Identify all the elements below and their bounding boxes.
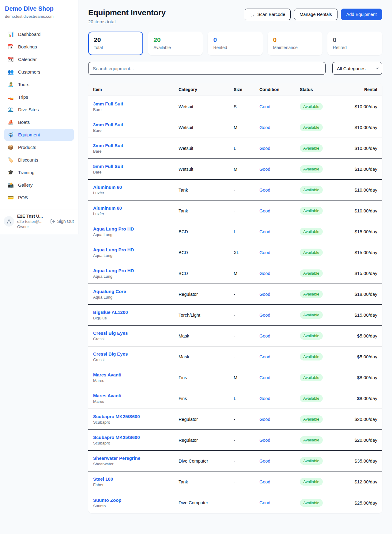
item-rental: $8.00/day [343, 375, 377, 380]
item-condition[interactable]: Good [259, 354, 300, 359]
brand-link[interactable]: Demo Dive Shop [5, 5, 73, 12]
item-link[interactable]: BigBlue AL1200 [93, 310, 179, 315]
item-condition[interactable]: Good [259, 459, 300, 463]
sign-out-button[interactable]: Sign Out [50, 219, 74, 224]
sidebar-item-customers[interactable]: 👥 Customers [4, 66, 74, 78]
sidebar-item-calendar[interactable]: 📆 Calendar [4, 53, 74, 65]
item-condition[interactable]: Good [259, 229, 300, 234]
table-row[interactable]: Steel 100 Faber Tank - Good Available $1… [88, 471, 382, 492]
stat-card-retired[interactable]: 0 Retired [327, 32, 382, 55]
table-row[interactable]: Cressi Big Eyes Cressi Mask - Good Avail… [88, 346, 382, 367]
item-link[interactable]: Aluminum 80 [93, 185, 179, 190]
graduation-cap-icon: 🎓 [7, 170, 14, 175]
table-row[interactable]: BigBlue AL1200 BigBlue Torch/Light - Goo… [88, 305, 382, 326]
item-condition[interactable]: Good [259, 188, 300, 193]
sidebar-item-products[interactable]: 📦 Products [4, 141, 74, 153]
item-condition[interactable]: Good [259, 334, 300, 338]
sidebar-item-dashboard[interactable]: 📊 Dashboard [4, 28, 74, 40]
table-row[interactable]: Cressi Big Eyes Cressi Mask - Good Avail… [88, 326, 382, 346]
manage-rentals-button[interactable]: Manage Rentals [294, 9, 337, 20]
search-input[interactable] [88, 62, 326, 75]
table-row[interactable]: Scubapro MK25/S600 Scubapro Regulator - … [88, 409, 382, 430]
item-link[interactable]: Aluminum 80 [93, 205, 179, 211]
sidebar-nav: 📊 Dashboard 📅 Bookings 📆 Calendar 👥 Cust… [0, 23, 78, 209]
item-link[interactable]: Mares Avanti [93, 372, 179, 377]
sidebar-item-gallery[interactable]: 📸 Gallery [4, 179, 74, 191]
sidebar-item-discounts[interactable]: 🏷️ Discounts [4, 154, 74, 166]
item-link[interactable]: Mares Avanti [93, 393, 179, 398]
item-brand: Mares [93, 399, 179, 404]
sidebar-item-boats[interactable]: ⛵ Boats [4, 116, 74, 128]
table-row[interactable]: 3mm Full Suit Bare Wetsuit S Good Availa… [88, 96, 382, 117]
item-link[interactable]: Aqualung Core [93, 289, 179, 294]
table-row[interactable]: Aluminum 80 Luxfer Tank - Good Available… [88, 180, 382, 200]
item-brand: Bare [93, 149, 179, 154]
item-link[interactable]: Cressi Big Eyes [93, 330, 179, 336]
bar-chart-icon: 📊 [7, 31, 14, 37]
item-condition[interactable]: Good [259, 167, 300, 172]
sidebar-item-label: Bookings [18, 44, 37, 49]
item-condition[interactable]: Good [259, 500, 300, 505]
table-row[interactable]: Aluminum 80 Luxfer Tank - Good Available… [88, 200, 382, 221]
item-link[interactable]: Scubapro MK25/S600 [93, 435, 179, 440]
item-link[interactable]: Aqua Lung Pro HD [93, 247, 179, 252]
table-row[interactable]: Aqua Lung Pro HD Aqua Lung BCD M Good Av… [88, 263, 382, 284]
table-row[interactable]: 3mm Full Suit Bare Wetsuit L Good Availa… [88, 138, 382, 159]
item-link[interactable]: Scubapro MK25/S600 [93, 414, 179, 419]
stat-card-total[interactable]: 20 Total [88, 32, 143, 55]
sidebar-item-pos[interactable]: 💳 POS [4, 192, 74, 204]
sidebar-item-bookings[interactable]: 📅 Bookings [4, 41, 74, 53]
table-row[interactable]: Aqua Lung Pro HD Aqua Lung BCD XL Good A… [88, 242, 382, 263]
item-link[interactable]: Steel 100 [93, 476, 179, 482]
stat-card-available[interactable]: 20 Available [148, 32, 203, 55]
item-link[interactable]: Aqua Lung Pro HD [93, 268, 179, 273]
table-row[interactable]: Scubapro MK25/S600 Scubapro Regulator - … [88, 430, 382, 451]
item-rental: $15.00/day [343, 271, 377, 276]
item-category: BCD [179, 271, 234, 276]
sidebar-item-trips[interactable]: 🚤 Trips [4, 91, 74, 103]
item-condition[interactable]: Good [259, 104, 300, 109]
table-row[interactable]: 3mm Full Suit Bare Wetsuit M Good Availa… [88, 117, 382, 138]
item-condition[interactable]: Good [259, 375, 300, 380]
item-link[interactable]: 5mm Full Suit [93, 164, 179, 169]
item-condition[interactable]: Good [259, 250, 300, 255]
stat-card-maintenance[interactable]: 0 Maintenance [268, 32, 322, 55]
item-rental: $15.00/day [343, 312, 377, 318]
scan-barcode-button[interactable]: Scan Barcode [245, 9, 291, 20]
sidebar-item-training[interactable]: 🎓 Training [4, 166, 74, 178]
table-body: 3mm Full Suit Bare Wetsuit S Good Availa… [88, 96, 382, 513]
table-row[interactable]: Aqua Lung Pro HD Aqua Lung BCD L Good Av… [88, 221, 382, 242]
table-row[interactable]: Suunto Zoop Suunto Dive Computer - Good … [88, 492, 382, 513]
sidebar-item-dive-sites[interactable]: 🌊 Dive Sites [4, 104, 74, 116]
sidebar-item-equipment[interactable]: 🤿 Equipment [4, 129, 74, 141]
item-condition[interactable]: Good [259, 208, 300, 213]
item-condition[interactable]: Good [259, 146, 300, 151]
item-condition[interactable]: Good [259, 292, 300, 297]
item-link[interactable]: Shearwater Peregrine [93, 456, 179, 461]
item-link[interactable]: 3mm Full Suit [93, 143, 179, 148]
speedboat-icon: 🚤 [7, 94, 14, 100]
sidebar-item-tours[interactable]: 🏝️ Tours [4, 78, 74, 90]
table-row[interactable]: Mares Avanti Mares Fins L Good Available… [88, 388, 382, 409]
stat-card-rented[interactable]: 0 Rented [208, 32, 262, 55]
item-condition[interactable]: Good [259, 396, 300, 401]
item-rental: $20.00/day [343, 417, 377, 422]
item-condition[interactable]: Good [259, 125, 300, 130]
add-equipment-button[interactable]: Add Equipment [341, 9, 382, 20]
item-condition[interactable]: Good [259, 438, 300, 443]
table-row[interactable]: 5mm Full Suit Bare Wetsuit M Good Availa… [88, 159, 382, 180]
item-link[interactable]: 3mm Full Suit [93, 122, 179, 127]
table-row[interactable]: Mares Avanti Mares Fins M Good Available… [88, 367, 382, 388]
item-condition[interactable]: Good [259, 479, 300, 484]
item-rental: $10.00/day [343, 146, 377, 151]
item-condition[interactable]: Good [259, 271, 300, 276]
item-condition[interactable]: Good [259, 313, 300, 318]
item-link[interactable]: Suunto Zoop [93, 498, 179, 503]
item-link[interactable]: Cressi Big Eyes [93, 351, 179, 357]
table-row[interactable]: Shearwater Peregrine Shearwater Dive Com… [88, 451, 382, 471]
table-row[interactable]: Aqualung Core Aqua Lung Regulator - Good… [88, 284, 382, 305]
item-condition[interactable]: Good [259, 417, 300, 422]
category-select[interactable]: All Categories [332, 62, 382, 75]
item-link[interactable]: Aqua Lung Pro HD [93, 226, 179, 231]
item-link[interactable]: 3mm Full Suit [93, 101, 179, 106]
